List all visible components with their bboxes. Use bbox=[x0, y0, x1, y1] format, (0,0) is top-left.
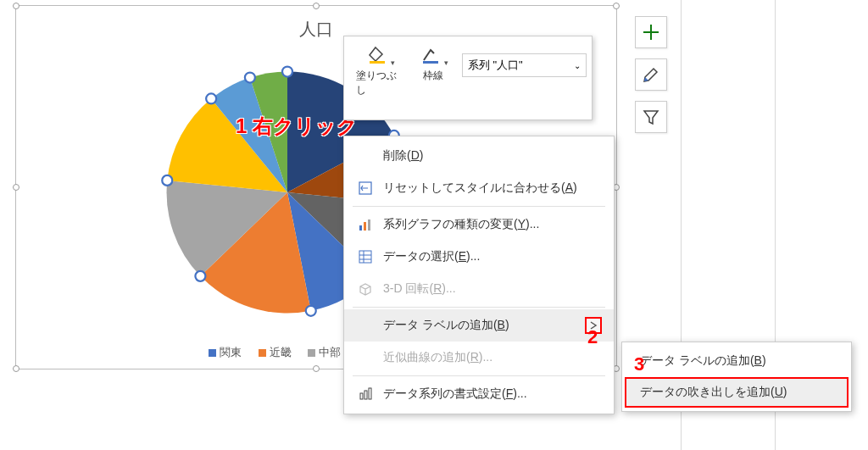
context-menu: 削除(D) リセットしてスタイルに合わせる(A) 系列グラフの種類の変更(Y).… bbox=[343, 136, 615, 414]
annotation-rightclick: 1 右クリック bbox=[236, 113, 358, 140]
menu-change-chart-type[interactable]: 系列グラフの種類の変更(Y)... bbox=[344, 208, 614, 241]
menu-add-trendline: 近似曲線の追加(R)... bbox=[344, 342, 614, 374]
select-data-icon bbox=[356, 248, 375, 265]
mini-toolbar: ▾ 塗りつぶし ▾ 枠線 系列 "人口" ⌄ bbox=[343, 36, 593, 120]
data-labels-submenu: データ ラベルの追加(B) データの吹き出しを追加(U) bbox=[621, 342, 852, 412]
format-icon bbox=[356, 386, 375, 403]
chart-styles-button[interactable] bbox=[635, 58, 667, 91]
svg-point-5 bbox=[195, 271, 205, 281]
annotation-step2: 2 bbox=[587, 326, 598, 348]
menu-3d-rotation: 3-D 回転(R)... bbox=[344, 273, 614, 305]
outline-button[interactable]: ▾ 枠線 bbox=[412, 42, 455, 85]
cube-icon bbox=[356, 281, 375, 297]
svg-rect-23 bbox=[369, 388, 371, 399]
svg-rect-12 bbox=[423, 61, 438, 64]
outline-icon bbox=[419, 43, 442, 67]
svg-point-7 bbox=[206, 93, 216, 103]
legend-label: 中部 bbox=[319, 346, 341, 358]
submenu-add-data-callout[interactable]: データの吹き出しを追加(U) bbox=[625, 377, 849, 408]
outline-label: 枠線 bbox=[423, 69, 443, 83]
annotation-step3: 3 bbox=[634, 353, 644, 375]
menu-delete[interactable]: 削除(D) bbox=[344, 140, 614, 172]
svg-point-0 bbox=[282, 67, 292, 77]
svg-point-4 bbox=[306, 306, 316, 316]
svg-point-8 bbox=[245, 73, 255, 83]
svg-rect-11 bbox=[370, 61, 385, 64]
svg-point-6 bbox=[162, 175, 172, 186]
legend-label: 近畿 bbox=[270, 346, 292, 358]
chart-title[interactable]: 人口 bbox=[299, 18, 333, 41]
chart-elements-button[interactable] bbox=[635, 16, 667, 48]
menu-format-data-series[interactable]: データ系列の書式設定(F)... bbox=[344, 378, 614, 410]
menu-add-data-labels[interactable]: データ ラベルの追加(B) bbox=[344, 309, 614, 342]
chart-filters-button[interactable] bbox=[635, 101, 667, 133]
svg-rect-21 bbox=[360, 393, 363, 399]
menu-reset-style[interactable]: リセットしてスタイルに合わせる(A) bbox=[344, 172, 614, 204]
svg-rect-22 bbox=[364, 391, 367, 399]
series-selector[interactable]: 系列 "人口" ⌄ bbox=[462, 53, 587, 77]
series-name: 系列 "人口" bbox=[468, 58, 523, 73]
legend-label: 関東 bbox=[220, 346, 242, 358]
reset-icon bbox=[356, 180, 375, 197]
menu-select-data[interactable]: データの選択(E)... bbox=[344, 241, 614, 273]
submenu-add-data-labels[interactable]: データ ラベルの追加(B) bbox=[625, 346, 849, 376]
chevron-down-icon: ⌄ bbox=[574, 61, 581, 70]
svg-rect-15 bbox=[364, 222, 366, 231]
fill-icon bbox=[365, 43, 389, 67]
svg-rect-14 bbox=[359, 225, 362, 231]
svg-rect-16 bbox=[368, 219, 370, 231]
fill-label: 塗りつぶし bbox=[356, 69, 405, 97]
fill-button[interactable]: ▾ 塗りつぶし bbox=[349, 42, 412, 99]
chart-type-icon bbox=[356, 216, 375, 233]
svg-rect-17 bbox=[359, 251, 371, 263]
